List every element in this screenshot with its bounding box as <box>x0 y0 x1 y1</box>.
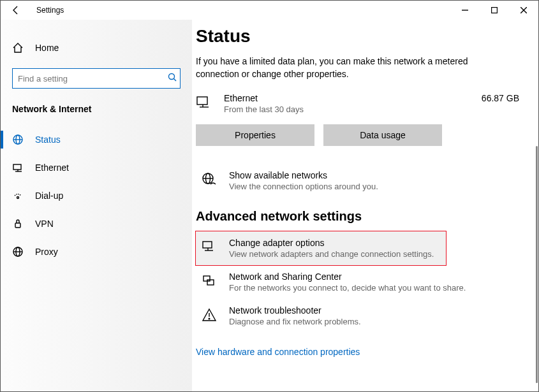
svg-rect-17 <box>197 97 207 105</box>
show-networks-subtitle: View the connection options around you. <box>229 182 378 191</box>
warning-icon <box>201 307 218 323</box>
svg-point-12 <box>17 197 19 199</box>
troubleshooter-title: Network troubleshooter <box>229 305 361 316</box>
search-icon <box>168 73 177 84</box>
sharing-subtitle: For the networks you connect to, decide … <box>229 283 466 293</box>
home-label: Home <box>35 43 59 53</box>
nav-item-dialup[interactable]: Dial-up <box>1 182 192 210</box>
scrollbar[interactable] <box>536 146 538 383</box>
page-description: If you have a limited data plan, you can… <box>196 55 476 80</box>
ethernet-icon <box>12 162 24 173</box>
sharing-center-item[interactable]: Network and Sharing Center For the netwo… <box>196 265 519 299</box>
svg-rect-27 <box>207 280 214 285</box>
sharing-title: Network and Sharing Center <box>229 272 466 282</box>
svg-rect-13 <box>15 223 20 228</box>
vpn-icon <box>12 218 24 229</box>
search-input[interactable] <box>12 68 181 89</box>
sidebar: Home Network & Internet Status Ethernet <box>1 20 192 391</box>
ethernet-icon <box>196 94 212 111</box>
adapter-title: Change adapter options <box>229 238 434 248</box>
home-icon <box>12 42 24 54</box>
connection-subtitle: From the last 30 days <box>224 105 470 114</box>
nav-item-status[interactable]: Status <box>1 126 192 154</box>
sharing-icon <box>201 273 218 289</box>
svg-point-4 <box>169 74 175 80</box>
svg-rect-23 <box>203 242 212 248</box>
dialup-icon <box>12 190 24 201</box>
show-networks-item[interactable]: Show available networks View the connect… <box>196 164 519 198</box>
minimize-button[interactable] <box>450 1 480 20</box>
svg-point-29 <box>209 318 210 319</box>
hardware-link[interactable]: View hardware and connection properties <box>196 347 360 357</box>
troubleshooter-item[interactable]: Network troubleshooter Diagnose and fix … <box>196 299 519 333</box>
nav-label: Proxy <box>35 247 58 257</box>
maximize-button[interactable] <box>480 1 509 20</box>
home-button[interactable]: Home <box>1 35 192 61</box>
svg-rect-9 <box>13 164 21 170</box>
nav-label: Ethernet <box>35 163 69 173</box>
svg-rect-26 <box>203 276 210 281</box>
nav-item-vpn[interactable]: VPN <box>1 210 192 238</box>
nav-label: VPN <box>35 219 54 229</box>
search-box[interactable] <box>12 68 181 89</box>
svg-line-5 <box>174 79 177 82</box>
globe-icon <box>12 134 24 145</box>
connection-name: Ethernet <box>224 93 470 103</box>
content-area: Status If you have a limited data plan, … <box>192 20 538 391</box>
adapter-subtitle: View network adapters and change connect… <box>229 249 434 259</box>
change-adapter-item[interactable]: Change adapter options View network adap… <box>196 231 446 265</box>
nav-label: Status <box>35 134 61 145</box>
close-button[interactable] <box>509 1 538 20</box>
category-label: Network & Internet <box>1 98 192 126</box>
globe-wifi-icon <box>201 171 218 188</box>
window-title: Settings <box>36 6 64 15</box>
show-networks-title: Show available networks <box>229 170 378 180</box>
titlebar: Settings <box>1 1 538 20</box>
troubleshooter-subtitle: Diagnose and fix network problems. <box>229 317 361 326</box>
connection-usage: 66.87 GB <box>482 93 519 103</box>
back-button[interactable] <box>3 1 29 20</box>
nav-item-proxy[interactable]: Proxy <box>1 238 192 266</box>
connection-summary: Ethernet From the last 30 days 66.87 GB <box>196 93 519 114</box>
properties-button[interactable]: Properties <box>196 124 314 146</box>
nav-label: Dial-up <box>35 191 63 201</box>
advanced-section-title: Advanced network settings <box>196 209 519 224</box>
proxy-icon <box>12 246 24 258</box>
svg-rect-1 <box>492 8 498 13</box>
page-title: Status <box>196 26 519 47</box>
data-usage-button[interactable]: Data usage <box>323 124 442 146</box>
nav-item-ethernet[interactable]: Ethernet <box>1 154 192 182</box>
adapter-icon <box>201 239 218 256</box>
